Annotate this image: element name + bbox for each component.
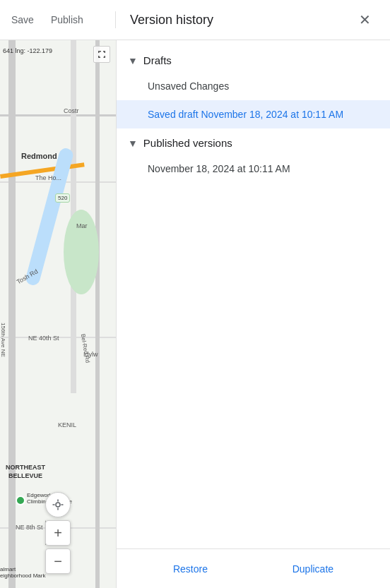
- locate-button[interactable]: [45, 492, 71, 517]
- map-label-costr: Costr: [64, 107, 79, 114]
- drafts-section-header[interactable]: ▼ Drafts: [117, 46, 390, 72]
- expand-icon: [97, 49, 107, 59]
- map-label-mar: Mar: [76, 222, 88, 229]
- map-background: 641 lng: -122.179 Redmond NORTHEASTBELLE…: [0, 40, 116, 588]
- map-label-kenil: KENIL: [58, 421, 76, 428]
- version-footer: Restore Duplicate: [117, 548, 390, 588]
- map-label-ho: The Ho...: [35, 174, 61, 181]
- version-item-unsaved-label: Unsaved Changes: [148, 80, 229, 92]
- map-label-520: 520: [55, 193, 70, 203]
- zoom-out-button[interactable]: −: [45, 548, 71, 574]
- published-arrow: ▼: [128, 138, 138, 149]
- published-section-header[interactable]: ▼ Published versions: [117, 128, 390, 155]
- save-button[interactable]: Save: [11, 11, 34, 28]
- version-item-published[interactable]: November 18, 2024 at 10:11 AM: [117, 155, 390, 183]
- drafts-title: Drafts: [143, 54, 172, 66]
- map-label-redmond: Redmond: [21, 152, 57, 160]
- map-label-ne8: NE 8th St: [16, 524, 43, 531]
- map-panel: 641 lng: -122.179 Redmond NORTHEASTBELLE…: [0, 40, 116, 588]
- toolbar: Save Publish Version history ✕: [0, 0, 390, 40]
- zoom-in-button[interactable]: +: [45, 520, 71, 546]
- version-item-saved-draft[interactable]: Saved draft November 18, 2024 at 10:11 A…: [117, 100, 390, 128]
- map-label-ne40: NE 40th St: [28, 335, 59, 342]
- restore-button[interactable]: Restore: [162, 558, 219, 580]
- version-item-saved-draft-label: Saved draft November 18, 2024 at 10:11 A…: [148, 109, 343, 120]
- map-expand-button[interactable]: [93, 46, 110, 63]
- svg-point-0: [56, 503, 60, 507]
- toolbar-left: Save Publish: [0, 11, 116, 28]
- map-edgeworks-marker: [16, 496, 25, 505]
- close-button[interactable]: ✕: [353, 8, 376, 31]
- duplicate-button[interactable]: Duplicate: [281, 558, 345, 580]
- main-area: 641 lng: -122.179 Redmond NORTHEASTBELLE…: [0, 40, 390, 588]
- close-icon: ✕: [359, 11, 371, 28]
- toolbar-right: Version history ✕: [116, 8, 390, 31]
- map-road-v3: [95, 40, 100, 588]
- version-panel: ▼ Drafts Unsaved Changes Saved draft Nov…: [116, 40, 390, 588]
- version-content: ▼ Drafts Unsaved Changes Saved draft Nov…: [117, 40, 390, 548]
- map-controls: + −: [45, 492, 71, 574]
- published-title: Published versions: [143, 137, 232, 149]
- version-item-published-label: November 18, 2024 at 10:11 AM: [148, 163, 290, 174]
- locate-icon: [52, 498, 64, 511]
- map-label-156th: 156th Ave NE: [0, 323, 6, 357]
- panel-title: Version history: [130, 13, 353, 28]
- version-item-unsaved[interactable]: Unsaved Changes: [117, 72, 390, 100]
- drafts-arrow: ▼: [128, 55, 138, 66]
- map-label-walmart: almarteighborhood Mark: [0, 566, 45, 579]
- publish-button[interactable]: Publish: [51, 11, 83, 28]
- map-road-v1: [8, 40, 16, 588]
- map-coords: 641 lng: -122.179: [3, 47, 52, 54]
- map-label-bellevue: NORTHEASTBELLEVUE: [6, 464, 45, 480]
